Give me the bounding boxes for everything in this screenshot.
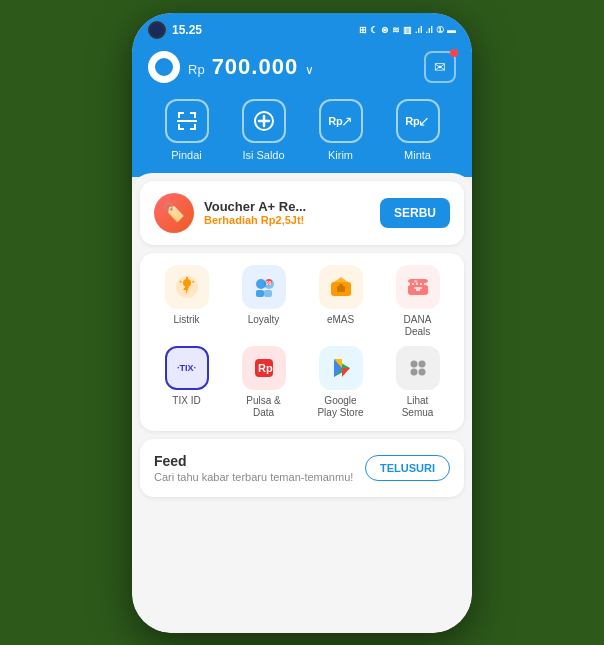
mail-notification-dot xyxy=(450,49,458,57)
service-listrik[interactable]: Listrik xyxy=(152,265,221,338)
svg-rect-26 xyxy=(337,286,345,292)
voucher-icon: 🏷️ xyxy=(154,193,194,233)
svg-rect-3 xyxy=(194,112,196,118)
mail-envelope-icon: ✉ xyxy=(434,59,446,75)
balance-currency: Rp xyxy=(188,62,205,77)
google-play-label: Google Play Store xyxy=(317,395,363,419)
service-google-play[interactable]: Google Play Store xyxy=(306,346,375,419)
svg-line-17 xyxy=(180,281,182,283)
balance-chevron[interactable]: ∨ xyxy=(305,63,314,77)
svg-point-43 xyxy=(410,368,417,375)
svg-rect-1 xyxy=(178,112,180,118)
emas-label: eMAS xyxy=(327,314,354,326)
voucher-text: Voucher A+ Re... Berhadiah Rp2,5Jt! xyxy=(204,199,370,226)
isi-saldo-icon xyxy=(242,99,286,143)
action-kirim[interactable]: Rp ↗ Kirim xyxy=(319,99,363,161)
service-grid: Listrik 99 Loyalty xyxy=(140,253,464,431)
balance-amount: 700.000 xyxy=(212,54,299,80)
status-time: 15.25 xyxy=(172,23,202,37)
svg-point-13 xyxy=(183,279,191,287)
camera-circle xyxy=(148,21,166,39)
kirim-label: Kirim xyxy=(328,149,353,161)
svg-rect-27 xyxy=(339,284,343,286)
svg-marker-40 xyxy=(342,368,350,377)
status-icons: ⊞ ☾ ⊛ ≋ ▥ .ıl .ıl ① ▬ xyxy=(359,25,456,35)
svg-point-31 xyxy=(426,282,430,286)
feed-subtitle: Cari tahu kabar terbaru teman-temanmu! xyxy=(154,471,353,483)
dana-logo-inner xyxy=(153,56,175,78)
dana-deals-label: DANA Deals xyxy=(404,314,432,338)
service-loyalty[interactable]: 99 Loyalty xyxy=(229,265,298,338)
mail-icon[interactable]: ✉ xyxy=(424,51,456,83)
service-pulsa-data[interactable]: Rp Pulsa & Data xyxy=(229,346,298,419)
svg-rect-28 xyxy=(408,279,428,295)
svg-line-16 xyxy=(192,281,194,283)
balance-left: Rp 700.000 ∨ xyxy=(148,51,314,83)
svg-point-42 xyxy=(418,360,425,367)
svg-rect-5 xyxy=(178,124,180,130)
status-bar: 15.25 ⊞ ☾ ⊛ ≋ ▥ .ıl .ıl ① ▬ xyxy=(132,13,472,43)
google-play-icon xyxy=(319,346,363,390)
svg-rect-21 xyxy=(264,290,272,297)
pindai-icon xyxy=(165,99,209,143)
lihat-semua-icon xyxy=(396,346,440,390)
dana-logo xyxy=(148,51,180,83)
feed-section: Feed Cari tahu kabar terbaru teman-teman… xyxy=(140,439,464,497)
svg-text:Rp: Rp xyxy=(258,362,273,374)
minta-icon: Rp ↙ xyxy=(396,99,440,143)
phone-screen: 15.25 ⊞ ☾ ⊛ ≋ ▥ .ıl .ıl ① ▬ xyxy=(132,13,472,633)
dana-deals-icon: % xyxy=(396,265,440,309)
tix-id-label: TIX ID xyxy=(172,395,200,407)
header: Rp 700.000 ∨ ✉ xyxy=(132,43,472,177)
feed-title: Feed xyxy=(154,453,353,469)
status-left: 15.25 xyxy=(148,21,202,39)
action-pindai[interactable]: Pindai xyxy=(165,99,209,161)
balance-row: Rp 700.000 ∨ ✉ xyxy=(148,51,456,83)
svg-text:99: 99 xyxy=(266,280,272,286)
service-emas[interactable]: eMAS xyxy=(306,265,375,338)
feed-text: Feed Cari tahu kabar terbaru teman-teman… xyxy=(154,453,353,483)
loyalty-icon: 99 xyxy=(242,265,286,309)
service-dana-deals[interactable]: % DANA Deals xyxy=(383,265,452,338)
svg-point-30 xyxy=(406,282,410,286)
minta-label: Minta xyxy=(404,149,431,161)
svg-marker-25 xyxy=(334,277,348,282)
svg-point-41 xyxy=(410,360,417,367)
tix-id-icon: ·TIX· xyxy=(165,346,209,390)
service-lihat-semua[interactable]: Lihat Semua xyxy=(383,346,452,419)
svg-rect-20 xyxy=(256,290,264,297)
voucher-subtitle: Berhadiah Rp2,5Jt! xyxy=(204,214,370,226)
loyalty-label: Loyalty xyxy=(248,314,280,326)
action-minta[interactable]: Rp ↙ Minta xyxy=(396,99,440,161)
listrik-icon xyxy=(165,265,209,309)
balance-display: Rp 700.000 ∨ xyxy=(188,54,314,80)
voucher-title: Voucher A+ Re... xyxy=(204,199,370,214)
content-area: 🏷️ Voucher A+ Re... Berhadiah Rp2,5Jt! S… xyxy=(132,173,472,633)
listrik-label: Listrik xyxy=(173,314,199,326)
service-tix-id[interactable]: ·TIX· TIX ID xyxy=(152,346,221,419)
svg-point-44 xyxy=(418,368,425,375)
emas-icon xyxy=(319,265,363,309)
pindai-label: Pindai xyxy=(171,149,202,161)
pulsa-data-icon: Rp xyxy=(242,346,286,390)
svg-rect-7 xyxy=(194,124,196,130)
svg-text:%: % xyxy=(414,279,418,284)
serbu-button[interactable]: SERBU xyxy=(380,198,450,228)
isi-saldo-label: Isi Saldo xyxy=(242,149,284,161)
action-buttons: Pindai Isi Saldo Rp ↗ xyxy=(148,99,456,161)
svg-rect-8 xyxy=(177,120,197,122)
action-isi-saldo[interactable]: Isi Saldo xyxy=(242,99,286,161)
voucher-banner[interactable]: 🏷️ Voucher A+ Re... Berhadiah Rp2,5Jt! S… xyxy=(140,181,464,245)
lihat-semua-label: Lihat Semua xyxy=(402,395,434,419)
telusuri-button[interactable]: TELUSURI xyxy=(365,455,450,481)
phone-frame: 15.25 ⊞ ☾ ⊛ ≋ ▥ .ıl .ıl ① ▬ xyxy=(132,13,472,633)
kirim-icon: Rp ↗ xyxy=(319,99,363,143)
pulsa-data-label: Pulsa & Data xyxy=(246,395,280,419)
